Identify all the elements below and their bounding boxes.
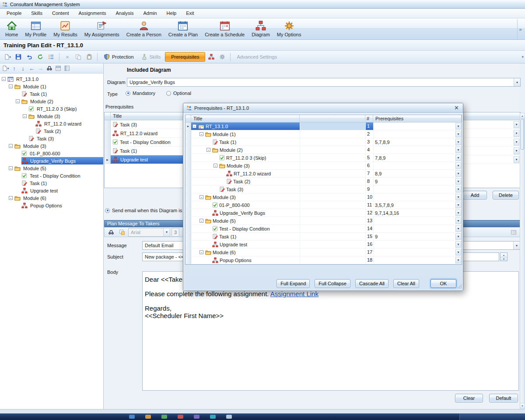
taskbar-app-button[interactable] — [178, 415, 183, 419]
tree-item-rt-11-2-0-wizard[interactable]: RT_11.2.0 wizard — [0, 120, 103, 127]
radio-mandatory[interactable] — [126, 91, 130, 96]
dropdown-arrow-icon[interactable]: ▾ — [514, 147, 519, 154]
expander-icon[interactable]: - — [192, 124, 196, 128]
taskbar-app-button[interactable] — [129, 415, 135, 419]
dropdown-arrow-icon[interactable]: ▾ — [455, 210, 461, 216]
copy-button[interactable] — [74, 52, 83, 62]
toolbar-overflow-button[interactable]: » — [517, 19, 523, 39]
menu-item-admin[interactable]: Admin — [138, 9, 161, 18]
dropdown-arrow-icon[interactable]: ▾ — [455, 154, 461, 161]
outline-view-button[interactable] — [54, 64, 62, 73]
dialog-row-rt-11-2-0-wizard[interactable]: RT_11.2.0 wizard78,9▾ — [186, 170, 462, 178]
expander-icon[interactable]: - — [9, 84, 13, 88]
dropdown-arrow-icon[interactable]: ▾ — [455, 194, 461, 200]
menu-item-exit[interactable]: Exit — [181, 9, 199, 18]
toolbar-my-assignments[interactable]: My Assignments — [81, 19, 123, 38]
dialog-prereq-cell[interactable]: ▾ — [373, 122, 462, 130]
expander-icon[interactable]: - — [23, 114, 27, 118]
dropdown-arrow-icon[interactable]: ▾ — [163, 228, 170, 236]
tree-item-module-5[interactable]: -Module (5) — [0, 164, 103, 172]
dropdown-arrow-icon[interactable]: ▾ — [455, 131, 461, 137]
expander-icon[interactable]: - — [200, 219, 203, 223]
tree-new-button[interactable]: ▾ — [1, 64, 10, 73]
dialog-prereq-cell[interactable]: ▾ — [373, 186, 462, 193]
dialog-prereq-cell[interactable]: 9,7,14,3,16▾ — [373, 209, 462, 217]
dialog-prereq-cell[interactable]: ▾ — [373, 256, 462, 264]
dialog-row-module-3[interactable]: -Module (3)6▾ — [186, 162, 462, 170]
taskbar-app-button[interactable] — [210, 415, 216, 419]
tree-item-task-1[interactable]: Task (1) — [0, 90, 103, 98]
highlight-button[interactable] — [117, 228, 127, 237]
dialog-prereq-cell[interactable]: ▾ — [373, 193, 462, 201]
send-email-radio[interactable] — [105, 208, 110, 213]
dropdown-arrow-icon[interactable]: ▾ — [455, 186, 461, 192]
undo-button[interactable] — [24, 52, 34, 62]
scroll-up-icon[interactable]: ▲ — [520, 113, 525, 119]
tree-item-rt-13-1-0[interactable]: -RT_13.1.0 — [0, 75, 103, 83]
dialog-button-full-expand[interactable]: Full Expand — [276, 279, 310, 288]
dialog-prereq-cell[interactable]: ▾ — [373, 217, 462, 225]
expander-icon[interactable]: - — [9, 166, 13, 170]
radio-optional[interactable] — [166, 91, 171, 96]
type-mandatory-option[interactable]: Mandatory — [126, 91, 155, 96]
dialog-prereq-cell[interactable]: 9▾ — [373, 233, 462, 241]
dropdown-arrow-icon[interactable]: ▾ — [455, 147, 461, 153]
dialog-button-full-collapse[interactable]: Full Collapse — [315, 279, 350, 288]
dropdown-arrow-icon[interactable]: ▾ — [514, 130, 519, 137]
dialog-prereq-cell[interactable]: ▾ — [373, 146, 462, 154]
tree-item-01-p-800-600[interactable]: 01-P_800-600 — [0, 150, 103, 157]
tree-item-upgrade-verify-bugs[interactable]: Upgrade_Verify Bugs — [0, 157, 103, 164]
editbar-overflow-button[interactable]: ▾ — [522, 55, 524, 59]
tree-item-upgrade-test[interactable]: Upgrade test — [0, 187, 103, 194]
dropdown-arrow-icon[interactable]: ▾ — [514, 139, 519, 146]
menu-item-skills[interactable]: Skills — [26, 9, 47, 18]
menu-item-content[interactable]: Content — [47, 9, 74, 18]
diagram-combo[interactable]: Upgrade_Verify Bugs ▾ — [127, 78, 521, 87]
tree-item-test-display-condition[interactable]: Test - Display Condition — [0, 172, 103, 179]
refresh-button[interactable] — [35, 52, 45, 62]
expander-icon[interactable]: - — [9, 144, 13, 148]
font-name-combo[interactable]: Arial ▾ — [128, 228, 170, 237]
expander-icon[interactable]: - — [200, 195, 203, 199]
dialog-prereq-cell[interactable]: ▾ — [373, 225, 462, 233]
expander-icon[interactable]: - — [16, 99, 20, 103]
type-optional-option[interactable]: Optional — [166, 91, 191, 96]
toolbar-create-a-plan[interactable]: Create a Plan — [165, 19, 201, 38]
save-button[interactable] — [14, 52, 23, 62]
dialog-row-01-p-800-600[interactable]: 01-P_800-600113,5,7,8,9▾ — [186, 201, 462, 209]
move-left-button[interactable]: ← — [28, 64, 36, 73]
expander-icon[interactable]: - — [9, 196, 13, 200]
dialog-row-upgrade-test[interactable]: Upgrade test16▾ — [186, 241, 462, 248]
settings-tool-button[interactable] — [217, 52, 227, 62]
dialog-button-cascade-all[interactable]: Cascade All — [355, 279, 388, 288]
dialog-prereq-cell[interactable]: ▾ — [373, 162, 462, 170]
properties-list-button[interactable] — [46, 52, 56, 62]
dialog-button-ok[interactable]: OK — [430, 279, 456, 288]
dialog-row-test-display-condition[interactable]: Test - Display Condition14▾ — [186, 225, 462, 233]
delete-button[interactable]: × — [63, 52, 72, 62]
dialog-row-task-1[interactable]: Task (1)35,7,8,9▾ — [186, 138, 462, 146]
expander-icon[interactable]: - — [200, 250, 203, 254]
dialog-prereq-cell[interactable]: ▾ — [373, 130, 462, 138]
find-button[interactable] — [106, 228, 116, 237]
tree-item-module-1[interactable]: -Module (1) — [0, 83, 103, 90]
dialog-row-module-2[interactable]: -Module (2)4▾ — [186, 146, 462, 154]
taskbar-app-button[interactable] — [145, 415, 151, 419]
dialog-button-clear-all[interactable]: Clear All — [393, 279, 419, 288]
tree-item-module-2[interactable]: -Module (2) — [0, 98, 103, 105]
expander-icon[interactable]: - — [200, 132, 203, 136]
new-document-button[interactable]: ▾ — [3, 52, 12, 62]
dialog-title-bar[interactable]: Prerequisites - RT_13.1.0 ✕ — [183, 103, 463, 113]
expander-icon[interactable]: - — [214, 164, 217, 168]
dialog-row-task-2[interactable]: Task (2)89▾ — [186, 178, 462, 186]
toolbar-my-results[interactable]: My Results — [50, 19, 80, 38]
toolbar-create-a-schedule[interactable]: Create a Schedule — [201, 19, 248, 38]
default-button[interactable]: Default — [489, 394, 518, 402]
tab-skills[interactable]: Skills — [138, 52, 164, 61]
font-size-box[interactable]: 3 — [172, 228, 179, 237]
move-right-button[interactable]: → — [36, 64, 45, 73]
tree-item-rt-11-2-0-3-skip[interactable]: RT_11.2.0 3 (Skip) — [0, 105, 103, 112]
move-up-button[interactable]: ↑ — [10, 64, 18, 73]
diagram-tool-button[interactable] — [206, 52, 216, 62]
tree-item-module-3[interactable]: -Module (3) — [0, 142, 103, 150]
